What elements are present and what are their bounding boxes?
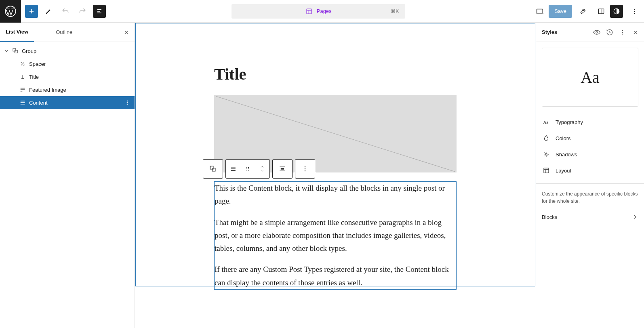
svg-point-7 bbox=[634, 13, 635, 14]
eye-icon bbox=[593, 28, 601, 36]
layout-style-icon bbox=[542, 167, 551, 174]
revisions-button[interactable] bbox=[604, 27, 615, 38]
add-block-button[interactable] bbox=[25, 5, 38, 18]
tree-item-content[interactable]: Content bbox=[0, 96, 135, 109]
style-item-label: Typography bbox=[556, 119, 583, 125]
style-item-colors[interactable]: Colors bbox=[536, 130, 644, 146]
tree-item-title[interactable]: Title bbox=[0, 70, 135, 83]
tree-item-options[interactable] bbox=[124, 99, 130, 106]
blocks-description: Customize the appearance of specific blo… bbox=[536, 184, 644, 208]
svg-point-22 bbox=[305, 166, 306, 168]
svg-point-30 bbox=[545, 153, 547, 156]
close-styles-button[interactable] bbox=[630, 27, 641, 38]
style-preview[interactable]: Aa bbox=[542, 48, 638, 107]
content-paragraph: That might be a simple arrangement like … bbox=[215, 216, 456, 255]
tab-outline[interactable]: Outline bbox=[50, 23, 78, 42]
styles-sidebar-button[interactable] bbox=[610, 5, 623, 18]
tree-item-group[interactable]: Group bbox=[0, 44, 135, 57]
content-icon bbox=[18, 99, 27, 106]
post-title[interactable]: Title bbox=[214, 65, 457, 84]
content-paragraph: If there are any Custom Post Types regis… bbox=[215, 263, 456, 289]
parent-block-button[interactable] bbox=[203, 160, 223, 178]
svg-point-27 bbox=[622, 32, 623, 32]
more-vertical-icon bbox=[619, 29, 626, 36]
toolbar-right: Save bbox=[531, 5, 644, 18]
styles-panel: Styles Aa Aa Typography Colors Shadows bbox=[536, 23, 644, 328]
tab-list-view[interactable]: List View bbox=[0, 23, 34, 42]
block-options-button[interactable] bbox=[295, 160, 315, 178]
edit-tool-button[interactable] bbox=[42, 5, 55, 18]
svg-rect-1 bbox=[307, 9, 311, 14]
document: Title This is the Content block, it will… bbox=[214, 23, 457, 290]
block-tree: Group Spacer Title Featured Image Conten bbox=[0, 42, 135, 109]
svg-point-6 bbox=[634, 11, 635, 12]
spacer-icon bbox=[18, 60, 27, 67]
svg-rect-2 bbox=[537, 9, 543, 13]
tree-label: Title bbox=[29, 74, 39, 80]
style-item-typography[interactable]: Aa Typography bbox=[536, 114, 644, 130]
top-toolbar: Pages ⌘K Save bbox=[0, 0, 644, 23]
style-item-layout[interactable]: Layout bbox=[536, 162, 644, 179]
svg-point-11 bbox=[127, 102, 128, 103]
tree-caret[interactable] bbox=[2, 48, 11, 54]
style-item-label: Shadows bbox=[556, 151, 577, 158]
wordpress-logo-button[interactable] bbox=[0, 0, 21, 23]
svg-point-24 bbox=[305, 170, 306, 172]
block-type-button[interactable] bbox=[226, 160, 240, 178]
svg-point-10 bbox=[127, 101, 128, 101]
style-item-shadows[interactable]: Shadows bbox=[536, 146, 644, 162]
command-center-button[interactable]: Pages ⌘K bbox=[232, 4, 405, 19]
tree-label: Featured Image bbox=[29, 87, 66, 93]
tree-item-spacer[interactable]: Spacer bbox=[0, 57, 135, 70]
pencil-icon bbox=[44, 7, 53, 15]
blocks-nav-item[interactable]: Blocks bbox=[536, 208, 644, 226]
editor-canvas[interactable]: Title This is the Content block, it will… bbox=[135, 23, 536, 328]
layout-icon bbox=[305, 8, 313, 15]
view-button[interactable] bbox=[533, 5, 546, 18]
tree-item-featured-image[interactable]: Featured Image bbox=[0, 83, 135, 96]
svg-point-18 bbox=[248, 168, 249, 169]
close-overview-button[interactable] bbox=[122, 27, 131, 37]
svg-rect-3 bbox=[598, 9, 604, 14]
svg-point-12 bbox=[127, 104, 128, 105]
blocks-label: Blocks bbox=[542, 214, 557, 220]
undo-button[interactable] bbox=[59, 5, 72, 18]
options-button[interactable] bbox=[628, 5, 641, 18]
toolbar-left bbox=[0, 0, 106, 23]
svg-point-28 bbox=[622, 34, 623, 34]
svg-point-23 bbox=[305, 168, 306, 170]
group-icon bbox=[209, 165, 217, 173]
tree-label: Spacer bbox=[29, 61, 46, 67]
save-button[interactable]: Save bbox=[549, 5, 572, 18]
sidebar-icon bbox=[597, 7, 605, 15]
svg-point-5 bbox=[634, 8, 635, 10]
tools-button[interactable] bbox=[577, 5, 590, 18]
redo-button[interactable] bbox=[76, 5, 89, 18]
overview-tabs: List View Outline bbox=[0, 23, 135, 42]
style-book-button[interactable] bbox=[591, 27, 602, 38]
drag-handle[interactable] bbox=[240, 160, 255, 178]
tree-label: Content bbox=[29, 100, 48, 106]
chevron-right-icon bbox=[632, 214, 638, 220]
content-block[interactable]: This is the Content block, it will displ… bbox=[214, 181, 457, 290]
block-toolbar bbox=[203, 159, 315, 179]
settings-sidebar-button[interactable] bbox=[595, 5, 608, 18]
plus-icon bbox=[28, 8, 35, 15]
svg-rect-13 bbox=[210, 166, 213, 169]
svg-point-16 bbox=[248, 167, 249, 168]
style-item-label: Colors bbox=[556, 135, 571, 141]
svg-point-17 bbox=[246, 168, 247, 169]
svg-rect-31 bbox=[544, 168, 549, 173]
style-categories: Aa Typography Colors Shadows Layout bbox=[536, 112, 644, 180]
styles-options-button[interactable] bbox=[617, 27, 628, 38]
group-icon bbox=[11, 47, 20, 55]
move-buttons[interactable] bbox=[255, 160, 269, 178]
document-overview-button[interactable] bbox=[93, 5, 106, 18]
history-icon bbox=[606, 28, 614, 36]
command-center-shortcut: ⌘K bbox=[391, 8, 399, 14]
svg-point-15 bbox=[246, 167, 247, 168]
svg-rect-14 bbox=[212, 168, 215, 171]
align-button[interactable] bbox=[273, 160, 292, 178]
more-vertical-icon bbox=[301, 165, 309, 173]
close-icon bbox=[632, 29, 639, 36]
